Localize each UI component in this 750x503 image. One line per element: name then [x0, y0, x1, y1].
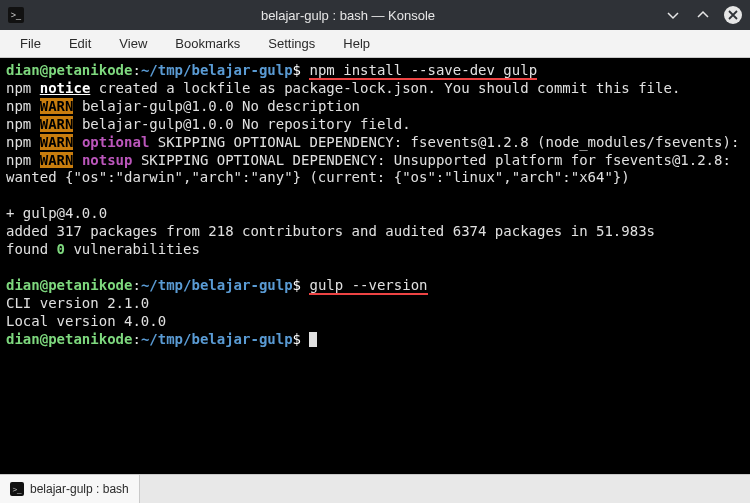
- prompt-symbol: $: [293, 331, 301, 347]
- prompt-colon: :: [132, 62, 140, 78]
- npm-warn: WARN: [40, 116, 74, 132]
- prompt-host: petanikode: [48, 62, 132, 78]
- output-skip1: SKIPPING OPTIONAL DEPENDENCY: fsevents@1…: [149, 134, 739, 150]
- maximize-button[interactable]: [694, 6, 712, 24]
- npm-notsup: notsup: [82, 152, 133, 168]
- npm-warn: WARN: [40, 134, 74, 150]
- menu-file[interactable]: File: [8, 32, 53, 55]
- cursor: [309, 332, 317, 347]
- output-local: Local version 4.0.0: [6, 313, 166, 329]
- prompt-symbol: $: [293, 62, 301, 78]
- minimize-button[interactable]: [664, 6, 682, 24]
- prompt-path: ~/tmp/belajar-gulp: [141, 277, 293, 293]
- tab-label: belajar-gulp : bash: [30, 482, 129, 496]
- output-found-n: 0: [57, 241, 65, 257]
- output-nodesc: belajar-gulp@1.0.0 No description: [73, 98, 360, 114]
- terminal-icon: >_: [10, 482, 24, 496]
- npm-warn: WARN: [40, 98, 74, 114]
- prompt-colon: :: [132, 277, 140, 293]
- window-controls: [664, 6, 742, 24]
- prompt-path: ~/tmp/belajar-gulp: [141, 62, 293, 78]
- titlebar: >_ belajar-gulp : bash — Konsole: [0, 0, 750, 30]
- output-found-a: found: [6, 241, 57, 257]
- npm-label: npm: [6, 98, 31, 114]
- output-plus: + gulp@4.0.0: [6, 205, 107, 221]
- menu-help[interactable]: Help: [331, 32, 382, 55]
- npm-label: npm: [6, 152, 31, 168]
- npm-notice: notice: [40, 80, 91, 96]
- command-1: npm install --save-dev gulp: [309, 62, 537, 80]
- prompt-at: @: [40, 331, 48, 347]
- prompt-user: dian: [6, 277, 40, 293]
- npm-label: npm: [6, 116, 31, 132]
- menu-view[interactable]: View: [107, 32, 159, 55]
- output-found-b: vulnerabilities: [65, 241, 200, 257]
- prompt-colon: :: [132, 331, 140, 347]
- menu-edit[interactable]: Edit: [57, 32, 103, 55]
- close-button[interactable]: [724, 6, 742, 24]
- terminal-icon: >_: [8, 7, 24, 23]
- prompt-user: dian: [6, 62, 40, 78]
- npm-warn: WARN: [40, 152, 74, 168]
- prompt-path: ~/tmp/belajar-gulp: [141, 331, 293, 347]
- output-norepo: belajar-gulp@1.0.0 No repository field.: [73, 116, 410, 132]
- terminal-output[interactable]: dian@petanikode:~/tmp/belajar-gulp$ npm …: [0, 58, 750, 474]
- output-cli: CLI version 2.1.0: [6, 295, 149, 311]
- npm-label: npm: [6, 80, 31, 96]
- output-added: added 317 packages from 218 contributors…: [6, 223, 655, 239]
- menubar: File Edit View Bookmarks Settings Help: [0, 30, 750, 58]
- menu-settings[interactable]: Settings: [256, 32, 327, 55]
- prompt-host: petanikode: [48, 277, 132, 293]
- npm-optional: optional: [82, 134, 149, 150]
- tab-session[interactable]: >_ belajar-gulp : bash: [0, 475, 140, 503]
- prompt-at: @: [40, 62, 48, 78]
- prompt-host: petanikode: [48, 331, 132, 347]
- menu-bookmarks[interactable]: Bookmarks: [163, 32, 252, 55]
- npm-label: npm: [6, 134, 31, 150]
- window-title: belajar-gulp : bash — Konsole: [32, 8, 664, 23]
- prompt-symbol: $: [293, 277, 301, 293]
- command-2: gulp --version: [309, 277, 427, 295]
- prompt-user: dian: [6, 331, 40, 347]
- output-lockfile: created a lockfile as package-lock.json.…: [90, 80, 680, 96]
- tabbar: >_ belajar-gulp : bash: [0, 474, 750, 503]
- prompt-at: @: [40, 277, 48, 293]
